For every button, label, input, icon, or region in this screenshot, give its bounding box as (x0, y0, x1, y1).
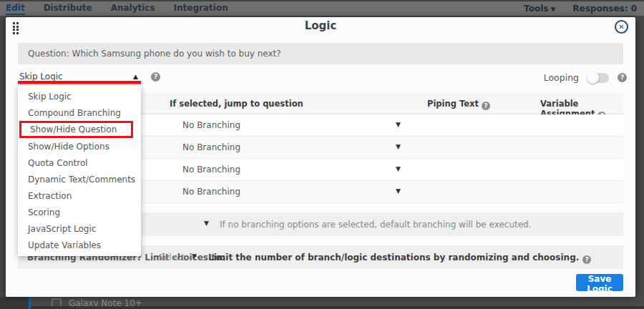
randomizer-hint-text: Limit the number of branch/logic destina… (208, 252, 579, 263)
caret-down-icon[interactable]: ▼ (192, 252, 197, 260)
dropdown-item-show-hide-question[interactable]: Show/Hide Question (19, 121, 133, 138)
tools-label: Tools (524, 4, 548, 14)
save-logic-button[interactable]: Save Logic (576, 274, 623, 291)
branching-select-value[interactable]: No Branching (182, 165, 240, 175)
caret-down-icon[interactable]: ▼ (204, 220, 209, 227)
help-icon[interactable]: ? (618, 73, 627, 82)
logic-type-selected-value: Skip Logic (19, 72, 63, 82)
modal-title: Logic (6, 19, 635, 32)
tools-menu[interactable]: Tools▼ (524, 4, 555, 14)
dropdown-item-quota-control[interactable]: Quota Control (18, 154, 141, 171)
top-nav: Edit Distribute Analytics Integration To… (0, 0, 644, 16)
nav-item-edit[interactable]: Edit (6, 3, 25, 15)
dropdown-item-update-variables[interactable]: Update Variables (18, 237, 141, 253)
header-jump-to-question: If selected, jump to question (170, 99, 303, 109)
logic-modal: Logic ✕ Question: Which Samsung phone do… (6, 17, 635, 297)
dropdown-item-extraction[interactable]: Extraction (18, 187, 141, 204)
looping-label: Looping (544, 72, 579, 83)
randomizer-hint: Limit the number of branch/logic destina… (208, 252, 591, 264)
chevron-down-icon: ▼ (550, 6, 555, 13)
dropdown-item-dynamic-text-comments[interactable]: Dynamic Text/Comments (18, 171, 141, 187)
dropdown-item-show-hide-options[interactable]: Show/Hide Options (18, 138, 141, 154)
nav-right-group: Tools▼ Responses: 0 (524, 4, 644, 14)
nav-item-distribute[interactable]: Distribute (44, 3, 92, 15)
branching-select-value[interactable]: No Branching (182, 142, 240, 152)
dimmed-page-background: Galaxy Note 10+ (0, 297, 644, 309)
branching-select-value[interactable]: No Branching (182, 187, 240, 197)
default-branching-text: If no branching options are selected, de… (220, 220, 532, 230)
caret-down-icon[interactable]: ▼ (396, 165, 401, 172)
dropdown-item-skip-logic[interactable]: Skip Logic (18, 88, 141, 104)
help-icon[interactable]: ? (482, 102, 490, 110)
close-icon[interactable]: ✕ (615, 20, 628, 34)
randomizer-select[interactable]: - Select - (152, 252, 190, 263)
dropdown-item-scoring[interactable]: Scoring (18, 204, 141, 220)
annotation-red-underline (18, 81, 141, 84)
nav-item-analytics[interactable]: Analytics (111, 3, 155, 15)
dropdown-item-compound-branching[interactable]: Compound Branching (18, 104, 141, 121)
responses-count: Responses: 0 (572, 4, 637, 14)
looping-control: Looping ? (544, 72, 627, 83)
nav-menu: Edit Distribute Analytics Integration (0, 3, 228, 15)
header-piping-label: Piping Text (427, 99, 479, 109)
header-piping-text: Piping Text? (427, 99, 490, 110)
nav-item-integration[interactable]: Integration (174, 3, 228, 15)
dropdown-item-javascript-logic[interactable]: JavaScript Logic (18, 220, 141, 237)
caret-up-icon: ▲ (133, 73, 138, 80)
toggle-knob (587, 72, 599, 84)
dimmed-divider (31, 306, 644, 309)
caret-down-icon[interactable]: ▼ (396, 187, 401, 195)
logic-type-dropdown: Skip Logic Compound Branching Show/Hide … (18, 86, 141, 256)
question-label: Question: Which Samsung phone do you wis… (18, 43, 623, 64)
branching-select-value[interactable]: No Branching (182, 120, 240, 130)
help-icon[interactable]: ? (151, 72, 160, 82)
dimmed-left-panel (0, 297, 29, 309)
help-icon[interactable]: ? (582, 255, 591, 264)
looping-toggle[interactable] (587, 73, 609, 83)
caret-down-icon[interactable]: ▼ (396, 143, 401, 150)
caret-down-icon[interactable]: ▼ (396, 121, 401, 128)
